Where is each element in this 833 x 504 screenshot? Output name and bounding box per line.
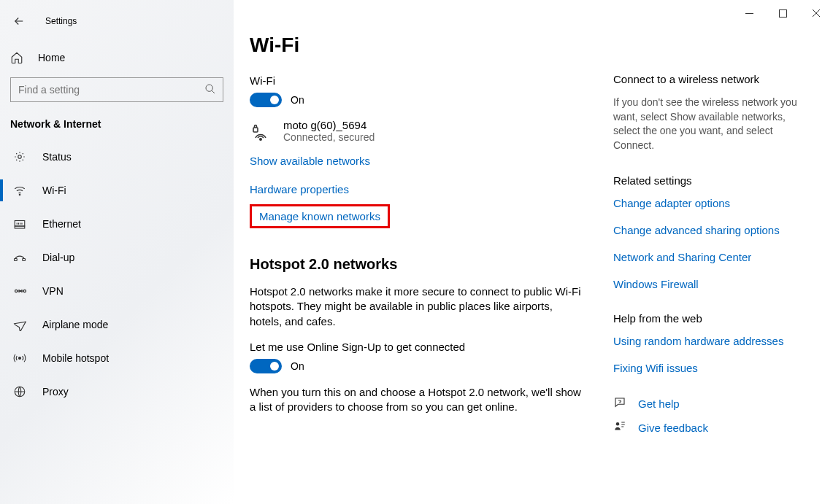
search-icon [204,83,216,97]
center-link[interactable]: Network and Sharing Center [613,251,803,263]
show-networks-link[interactable]: Show available networks [250,155,370,167]
sharing-link[interactable]: Change advanced sharing options [613,224,803,236]
sidebar-item-dialup[interactable]: Dial-up [0,241,234,274]
nav-label: Wi-Fi [42,185,66,196]
svg-point-9 [19,357,21,360]
minimize-icon [745,9,753,18]
svg-point-1 [18,155,22,159]
main: Wi-Fi Wi-Fi On moto g(60)_5694 Connected… [234,0,833,504]
hotspot-heading: Hotspot 2.0 networks [250,256,584,273]
svg-rect-4 [15,226,25,228]
get-help-row[interactable]: Get help [613,396,803,411]
manage-known-highlight: Manage known networks [250,204,390,228]
hotspot-desc: Hotspot 2.0 networks make it more secure… [250,284,584,329]
sidebar-item-airplane[interactable]: Airplane mode [0,308,234,341]
svg-point-8 [23,290,26,292]
webhelp-heading: Help from the web [613,312,803,325]
nav-label: Airplane mode [42,319,108,330]
maximize-icon [779,9,787,18]
fix-wifi-link[interactable]: Fixing Wifi issues [613,362,803,374]
give-feedback-row[interactable]: Give feedback [613,420,803,435]
close-icon [812,9,821,18]
nav-label: Status [42,151,72,163]
home-icon [10,51,25,64]
svg-point-0 [206,85,212,91]
close-button[interactable] [799,0,833,26]
nav-label: Mobile hotspot [42,352,109,364]
help-icon [613,396,628,411]
connect-heading: Connect to a wireless network [613,73,803,85]
svg-point-7 [15,290,18,292]
aside: Connect to a wireless network If you don… [613,0,818,504]
nav-label: Dial-up [42,252,74,263]
related-heading: Related settings [613,174,803,187]
network-name: moto g(60)_5694 [283,119,375,131]
hotspot-toggle[interactable] [250,359,282,373]
nav-list: Status Wi-Fi Ethernet Dial-up VPN [0,140,234,408]
wifi-secured-icon [250,120,275,144]
sidebar-item-wifi[interactable]: Wi-Fi [0,174,234,207]
svg-point-12 [260,139,261,140]
svg-point-14 [616,422,620,426]
random-hw-link[interactable]: Using random hardware addresses [613,335,803,347]
hotspot-toggle-state: On [291,360,304,372]
window-controls [732,0,833,26]
hotspot-toggle-row: On [250,359,584,373]
home-label: Home [38,52,65,63]
page-title: Wi-Fi [250,34,584,57]
sidebar-item-home[interactable]: Home [0,44,234,71]
arrow-left-icon [12,15,26,28]
svg-rect-13 [253,128,258,132]
wifi-toggle-state: On [291,94,304,106]
sidebar-item-status[interactable]: Status [0,140,234,174]
wifi-icon [13,184,28,197]
feedback-icon [613,420,628,435]
get-help-link: Get help [638,398,680,410]
wifi-label: Wi-Fi [250,74,584,87]
search-input[interactable] [10,77,223,102]
vpn-icon [13,284,28,298]
svg-rect-3 [15,221,25,227]
connect-desc: If you don't see the wireless network yo… [613,96,803,152]
dialup-icon [13,251,28,264]
status-icon [13,150,28,163]
sidebar-item-hotspot[interactable]: Mobile hotspot [0,341,234,375]
wifi-toggle-row: On [250,93,584,107]
manage-known-networks-link[interactable]: Manage known networks [259,210,380,222]
content: Wi-Fi Wi-Fi On moto g(60)_5694 Connected… [234,0,613,504]
connected-network[interactable]: moto g(60)_5694 Connected, secured [250,119,584,144]
svg-point-2 [19,194,20,195]
svg-rect-11 [779,9,786,17]
sidebar-section-title: Network & Internet [0,112,234,140]
adapter-link[interactable]: Change adapter options [613,197,803,209]
wifi-toggle[interactable] [250,93,282,107]
svg-rect-5 [15,259,18,261]
hardware-properties-link[interactable]: Hardware properties [250,183,349,195]
hotspot-footer: When you turn this on and choose a Hotsp… [250,385,584,415]
back-button[interactable] [10,12,28,30]
sidebar-item-vpn[interactable]: VPN [0,274,234,308]
give-feedback-link: Give feedback [638,422,708,434]
app-title: Settings [45,16,77,26]
sidebar-item-proxy[interactable]: Proxy [0,375,234,408]
ethernet-icon [13,217,28,230]
maximize-button[interactable] [766,0,799,26]
network-status: Connected, secured [283,131,375,143]
minimize-button[interactable] [732,0,766,26]
sidebar: Settings Home Network & Internet Status … [0,0,234,504]
titlebar-left: Settings [0,7,234,35]
search-container [10,77,223,102]
hotspot-icon [13,352,28,365]
hotspot-signup-label: Let me use Online Sign-Up to get connect… [250,341,584,353]
nav-label: Ethernet [42,218,81,230]
airplane-icon [13,318,28,331]
firewall-link[interactable]: Windows Firewall [613,278,803,290]
sidebar-item-ethernet[interactable]: Ethernet [0,207,234,241]
proxy-icon [13,385,28,398]
svg-rect-6 [23,259,26,261]
nav-label: VPN [42,285,64,297]
nav-label: Proxy [42,386,69,398]
